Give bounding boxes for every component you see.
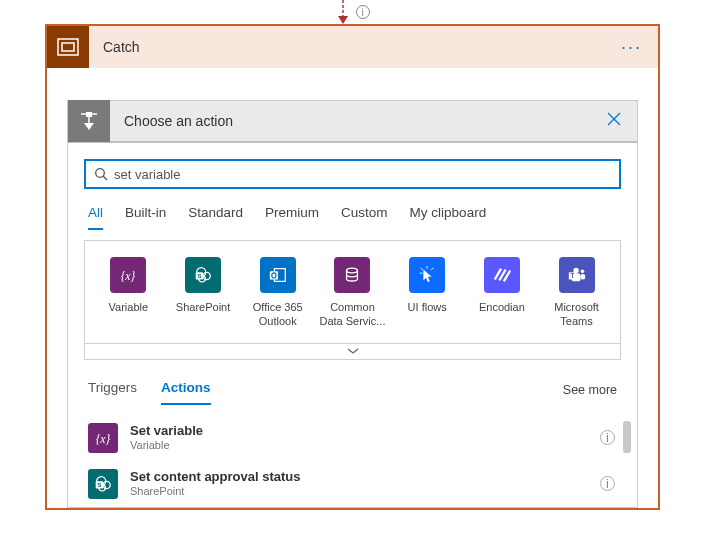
result-set-variable[interactable]: {x}Set variableVariablei (86, 415, 629, 461)
step-menu-button[interactable]: ··· (605, 37, 658, 58)
database-icon (334, 257, 370, 293)
svg-point-21 (347, 268, 358, 273)
connector-sharepoint[interactable]: SSharePoint (168, 257, 238, 329)
category-tab-all[interactable]: All (88, 199, 103, 230)
action-picker-panel: Choose an action AllBuilt-inStandardPrem… (67, 100, 638, 508)
svg-text:S: S (97, 482, 101, 488)
result-set-content-approval-status[interactable]: SSet content approval statusSharePointi (86, 461, 629, 507)
variable-icon: {x} (110, 257, 146, 293)
result-subtitle: Variable (130, 439, 203, 452)
svg-marker-1 (338, 16, 348, 24)
sub-tabs: TriggersActions (88, 376, 211, 405)
info-icon[interactable]: i (600, 430, 615, 445)
step-title: Catch (89, 39, 605, 55)
search-input[interactable] (114, 167, 611, 182)
svg-line-11 (103, 176, 107, 180)
teams-icon: T (559, 257, 595, 293)
sub-tab-actions[interactable]: Actions (161, 376, 211, 405)
scrollbar-thumb[interactable] (623, 421, 631, 453)
svg-marker-7 (84, 123, 94, 130)
catch-step-card: Catch ··· Choose an action (45, 24, 660, 510)
action-picker-icon (68, 100, 110, 142)
sub-tab-triggers[interactable]: Triggers (88, 376, 137, 405)
step-header[interactable]: Catch ··· (47, 26, 658, 68)
stripes-icon (484, 257, 520, 293)
svg-point-28 (580, 270, 584, 274)
results-list: {x}Set variableVariableiSSet content app… (86, 415, 629, 507)
svg-text:{x}: {x} (121, 269, 136, 283)
result-title: Set variable (130, 423, 203, 439)
category-tab-custom[interactable]: Custom (341, 199, 388, 230)
category-tab-premium[interactable]: Premium (265, 199, 319, 230)
svg-line-25 (421, 268, 423, 270)
svg-rect-5 (86, 112, 92, 117)
svg-line-26 (431, 268, 433, 270)
category-tabs: AllBuilt-inStandardPremiumCustomMy clipb… (68, 199, 637, 230)
expand-connectors-button[interactable] (85, 343, 620, 359)
category-tab-standard[interactable]: Standard (188, 199, 243, 230)
search-input-wrapper[interactable] (84, 159, 621, 189)
result-title: Set content approval status (130, 469, 300, 485)
connector-microsoft-teams[interactable]: TMicrosoft Teams (542, 257, 612, 329)
outlook-icon (260, 257, 296, 293)
connector-office-365-outlook[interactable]: Office 365 Outlook (243, 257, 313, 329)
connector-label: Office 365 Outlook (243, 301, 313, 329)
sharepoint-icon: S (88, 469, 118, 499)
variable-icon: {x} (88, 423, 118, 453)
connector-label: SharePoint (168, 301, 238, 315)
close-icon[interactable] (591, 112, 637, 130)
connectors-grid: {x}VariableSSharePointOffice 365 Outlook… (85, 241, 620, 343)
connector-encodian[interactable]: Encodian (467, 257, 537, 329)
connector-label: Common Data Servic... (317, 301, 387, 329)
sharepoint-icon: S (185, 257, 221, 293)
svg-point-10 (96, 169, 105, 178)
connector-label: Microsoft Teams (542, 301, 612, 329)
result-subtitle: SharePoint (130, 485, 300, 498)
category-tab-built-in[interactable]: Built-in (125, 199, 166, 230)
svg-text:S: S (197, 273, 201, 279)
picker-title: Choose an action (110, 113, 591, 129)
connector-common-data-servic-[interactable]: Common Data Servic... (317, 257, 387, 329)
connector-variable[interactable]: {x}Variable (93, 257, 163, 329)
connector-ui-flows[interactable]: UI flows (392, 257, 462, 329)
svg-rect-2 (58, 39, 78, 55)
info-icon[interactable]: i (356, 5, 370, 19)
svg-rect-30 (580, 274, 585, 279)
see-more-link[interactable]: See more (563, 383, 617, 397)
svg-rect-3 (62, 43, 74, 51)
info-icon[interactable]: i (600, 476, 615, 491)
svg-text:{x}: {x} (96, 431, 111, 445)
scope-icon (47, 26, 89, 68)
connector-label: UI flows (392, 301, 462, 315)
cursor-icon (409, 257, 445, 293)
connector-label: Encodian (467, 301, 537, 315)
svg-marker-22 (424, 270, 432, 283)
svg-text:T: T (570, 272, 574, 279)
search-icon (94, 167, 108, 181)
connector-label: Variable (93, 301, 163, 315)
category-tab-my-clipboard[interactable]: My clipboard (410, 199, 487, 230)
